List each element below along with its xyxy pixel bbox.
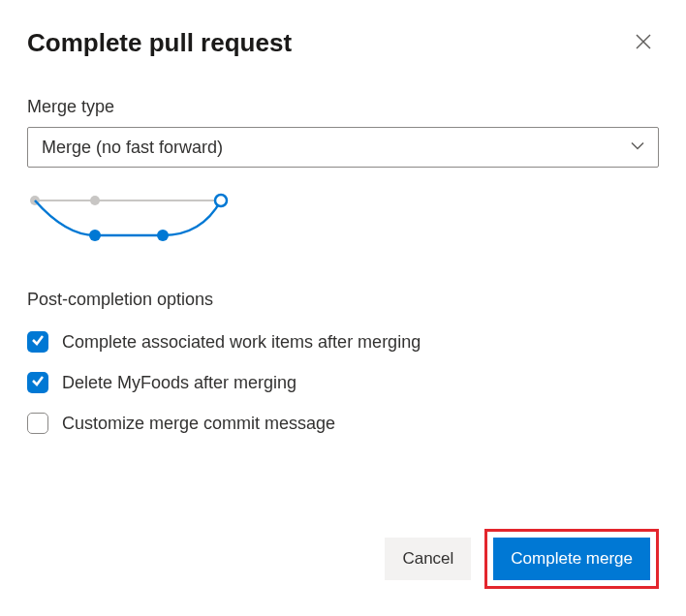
- complete-merge-button[interactable]: Complete merge: [493, 538, 650, 580]
- dialog-title: Complete pull request: [27, 28, 292, 58]
- options-list: Complete associated work items after mer…: [27, 331, 659, 434]
- option-row[interactable]: Complete associated work items after mer…: [27, 331, 659, 353]
- option-row[interactable]: Delete MyFoods after merging: [27, 372, 659, 393]
- cancel-button[interactable]: Cancel: [385, 538, 471, 580]
- dialog-footer: Cancel Complete merge: [385, 529, 659, 589]
- option-label: Complete associated work items after mer…: [62, 332, 421, 353]
- post-completion-label: Post-completion options: [27, 290, 659, 310]
- svg-point-6: [89, 230, 101, 241]
- merge-diagram: [27, 189, 231, 251]
- chevron-down-icon: [631, 138, 644, 158]
- checkbox[interactable]: [27, 413, 48, 434]
- option-label: Customize merge commit message: [62, 414, 335, 434]
- check-icon: [31, 374, 45, 391]
- svg-point-4: [90, 196, 100, 205]
- merge-type-label: Merge type: [27, 97, 659, 117]
- close-button[interactable]: [628, 27, 659, 58]
- option-row[interactable]: Customize merge commit message: [27, 413, 659, 434]
- merge-type-selected-value: Merge (no fast forward): [42, 138, 223, 158]
- check-icon: [31, 333, 45, 351]
- complete-merge-highlight: Complete merge: [484, 529, 659, 589]
- close-icon: [636, 34, 651, 52]
- svg-point-8: [215, 195, 227, 206]
- dialog-header: Complete pull request: [27, 27, 659, 58]
- svg-point-7: [157, 230, 169, 241]
- checkbox[interactable]: [27, 331, 48, 353]
- option-label: Delete MyFoods after merging: [62, 373, 296, 393]
- merge-type-select[interactable]: Merge (no fast forward): [27, 127, 659, 168]
- checkbox[interactable]: [27, 372, 48, 393]
